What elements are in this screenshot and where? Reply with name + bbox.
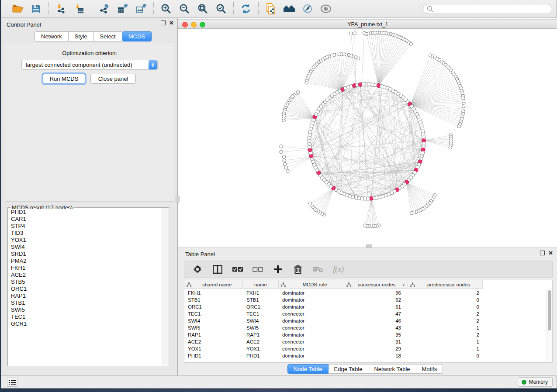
- cell-predecessor_nodes[interactable]: 2: [408, 317, 483, 324]
- table-row[interactable]: PHD1PHD1dominator180: [184, 352, 483, 359]
- cell-predecessor_nodes[interactable]: 1: [408, 338, 483, 345]
- close-panel-button[interactable]: Close panel: [90, 74, 136, 84]
- cell-shared_name[interactable]: STB1: [184, 296, 243, 303]
- zoom-in-icon[interactable]: [160, 3, 172, 15]
- cell-predecessor_nodes[interactable]: 0: [408, 352, 483, 359]
- table-row[interactable]: SWI4SWI4dominator462: [184, 317, 483, 324]
- memory-button[interactable]: Memory: [518, 377, 553, 387]
- cell-shared_name[interactable]: RAP1: [184, 331, 243, 338]
- cell-successor_nodes[interactable]: 31: [344, 338, 408, 345]
- run-mcds-button[interactable]: Run MCDS: [43, 74, 85, 84]
- cell-predecessor_nodes[interactable]: 1: [408, 324, 483, 331]
- network-graph-canvas[interactable]: [178, 29, 557, 244]
- export-image-icon[interactable]: [135, 3, 147, 15]
- cell-shared_name[interactable]: PHD1: [184, 352, 243, 359]
- mcds-result-item[interactable]: RAP1: [8, 292, 163, 299]
- mcds-result-item[interactable]: TEC1: [8, 313, 163, 320]
- cell-shared_name[interactable]: ACE2: [184, 338, 243, 345]
- cell-mcds_role[interactable]: connector: [279, 345, 344, 352]
- cell-successor_nodes[interactable]: 35: [344, 331, 408, 338]
- cell-predecessor_nodes[interactable]: 2: [408, 310, 483, 317]
- cell-predecessor_nodes[interactable]: 1: [408, 345, 483, 352]
- table-row[interactable]: TEC1TEC1connector472: [184, 310, 483, 317]
- cell-predecessor_nodes[interactable]: 0: [408, 303, 483, 310]
- table-row[interactable]: SWI5SWI5connector431: [184, 324, 483, 331]
- show-all-networks-icon[interactable]: [283, 3, 295, 15]
- zoom-fit-icon[interactable]: [197, 3, 209, 15]
- mcds-result-item[interactable]: SRD1: [8, 251, 163, 258]
- mcds-result-item[interactable]: GCR1: [8, 320, 163, 327]
- cell-successor_nodes[interactable]: 47: [344, 310, 408, 317]
- optimization-criterion-select[interactable]: largest connected component (undirected): [21, 60, 158, 70]
- cell-mcds_role[interactable]: dominator: [279, 296, 344, 303]
- table-options-gear-icon[interactable]: [192, 264, 203, 275]
- tab-node-table[interactable]: Node Table: [287, 364, 329, 374]
- cell-shared_name[interactable]: TEC1: [184, 310, 243, 317]
- mcds-result-item[interactable]: CAR1: [8, 216, 163, 223]
- mcds-result-item[interactable]: SWI4: [8, 244, 163, 251]
- node-table[interactable]: shared namenameMCDS rolesuccessor nodes∨…: [184, 280, 553, 363]
- new-network-from-selection-icon[interactable]: [265, 3, 277, 15]
- table-row[interactable]: RAP1RAP1dominator352: [184, 331, 483, 338]
- show-columns-icon[interactable]: [212, 264, 223, 275]
- table-row[interactable]: FKH1FKH1dominator962: [184, 289, 483, 296]
- cell-name[interactable]: RAP1: [243, 331, 279, 338]
- mcds-result-item[interactable]: YOX1: [8, 237, 163, 244]
- mcds-result-item[interactable]: ACE2: [8, 272, 163, 279]
- close-panel-icon[interactable]: ✕: [169, 21, 174, 25]
- open-session-icon[interactable]: [12, 3, 24, 15]
- table-scrollbar[interactable]: [547, 289, 552, 362]
- save-session-icon[interactable]: [30, 3, 42, 15]
- mcds-result-item[interactable]: STP4: [8, 223, 163, 230]
- cell-predecessor_nodes[interactable]: 2: [408, 331, 483, 338]
- tab-network[interactable]: Network: [35, 31, 69, 41]
- horizontal-splitter-handle[interactable]: [366, 244, 372, 248]
- tab-style[interactable]: Style: [69, 31, 94, 41]
- cell-name[interactable]: PHD1: [243, 352, 279, 359]
- cell-name[interactable]: TEC1: [243, 310, 279, 317]
- show-log-console-button[interactable]: [7, 378, 17, 387]
- column-header-MCDS-role[interactable]: MCDS role: [279, 280, 344, 289]
- mcds-result-item[interactable]: FKH1: [8, 265, 163, 272]
- cell-successor_nodes[interactable]: 96: [344, 289, 408, 296]
- mcds-result-item[interactable]: TID3: [8, 230, 163, 237]
- tab-select[interactable]: Select: [94, 31, 122, 41]
- cell-mcds_role[interactable]: connector: [279, 310, 344, 317]
- search-input[interactable]: [433, 6, 552, 12]
- network-view-titlebar[interactable]: YPA_prune.txt_1: [178, 19, 557, 29]
- table-row[interactable]: STB1STB1dominator620: [184, 296, 483, 303]
- mcds-list-scrollbar[interactable]: [163, 208, 168, 365]
- add-column-icon[interactable]: [273, 264, 283, 275]
- apply-layout-icon[interactable]: [240, 3, 252, 15]
- column-header-predecessor-nodes[interactable]: predecessor nodes: [408, 280, 483, 289]
- cell-mcds_role[interactable]: dominator: [279, 352, 344, 359]
- float-table-panel-icon[interactable]: [540, 251, 545, 255]
- cell-name[interactable]: SWI4: [243, 317, 279, 324]
- cell-successor_nodes[interactable]: 62: [344, 296, 408, 303]
- zoom-selected-icon[interactable]: [215, 3, 227, 15]
- mcds-result-item[interactable]: STB5: [8, 279, 163, 285]
- float-panel-icon[interactable]: [161, 21, 166, 25]
- table-scrollbar-thumb[interactable]: [548, 290, 551, 330]
- mcds-result-item[interactable]: SWI5: [8, 306, 163, 313]
- export-network-icon[interactable]: [98, 3, 111, 15]
- table-row[interactable]: ORC1ORC1dominator610: [184, 303, 483, 310]
- cell-shared_name[interactable]: YOX1: [184, 345, 243, 352]
- cell-mcds_role[interactable]: dominator: [279, 289, 344, 296]
- cell-successor_nodes[interactable]: 43: [344, 324, 408, 331]
- cell-name[interactable]: STB1: [243, 296, 279, 303]
- import-table-icon[interactable]: [73, 3, 86, 15]
- export-table-icon[interactable]: [117, 3, 129, 15]
- vertical-splitter-handle[interactable]: [176, 196, 180, 203]
- cell-shared_name[interactable]: SWI5: [184, 324, 243, 331]
- cell-mcds_role[interactable]: connector: [279, 338, 344, 345]
- tab-network-table[interactable]: Network Table: [368, 364, 416, 374]
- column-header-name[interactable]: name: [243, 280, 279, 289]
- cell-name[interactable]: SWI5: [243, 324, 279, 331]
- cell-successor_nodes[interactable]: 61: [344, 303, 408, 310]
- delete-column-icon[interactable]: [293, 264, 303, 275]
- table-row[interactable]: ACE2ACE2connector311: [184, 338, 483, 345]
- column-header-shared-name[interactable]: shared name: [184, 280, 243, 289]
- cell-successor_nodes[interactable]: 18: [344, 352, 408, 359]
- cell-successor_nodes[interactable]: 46: [344, 317, 408, 324]
